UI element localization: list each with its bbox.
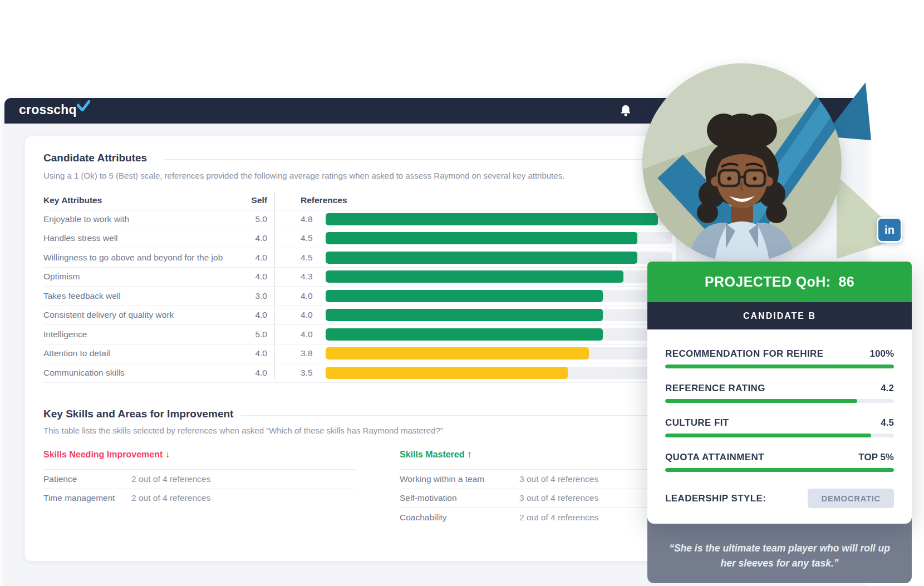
attribute-reference-bar — [326, 347, 672, 360]
attribute-reference-bar — [326, 367, 672, 379]
bar-fill — [326, 309, 603, 321]
skill-row: Patience2 out of 4 references — [43, 469, 355, 489]
qoh-stat-bar — [665, 468, 894, 472]
attribute-reference-bar — [326, 309, 672, 321]
linkedin-badge[interactable]: in — [877, 217, 902, 243]
qoh-stats: RECOMMENDATION FOR REHIRE100%REFERENCE R… — [665, 348, 894, 472]
projected-qoh-label: PROJECTED QoH: — [705, 274, 830, 290]
key-skills-title: Key Skills and Areas for Improvement — [43, 408, 233, 420]
attribute-self-score: 4.0 — [225, 368, 267, 378]
skill-reference-count: 2 out of 4 references — [131, 474, 210, 484]
skill-name: Time management — [43, 493, 131, 503]
candidate-attributes-description: Using a 1 (Ok) to 5 (Best) scale, refere… — [43, 171, 564, 180]
screenshot-stage: crosschq Ari Cre Sitterstr — [0, 0, 924, 586]
attribute-name: Consistent delivery of quality work — [43, 310, 174, 320]
attribute-name: Takes feedback well — [43, 291, 121, 301]
bar-fill — [326, 367, 568, 379]
attribute-reference-score: 4.0 — [301, 329, 313, 339]
attribute-name: Enjoyable to work with — [43, 214, 129, 224]
attributes-table-header: Key Attributes Self References — [43, 192, 662, 210]
attribute-row: Willingness to go above and beyond for t… — [43, 248, 672, 268]
skills-needing-improvement-column: Skills Needing Improvement ↓ Patience2 o… — [43, 449, 355, 508]
candidate-b-banner: CANDIDATE B — [647, 302, 912, 329]
qoh-stat: REFERENCE RATING4.2 — [665, 383, 894, 403]
crosschq-check-icon — [77, 100, 90, 111]
attribute-reference-score: 4.5 — [301, 253, 313, 263]
bar-fill — [665, 365, 894, 368]
attribute-name: Willingness to go above and beyond for t… — [43, 253, 223, 263]
skills-improvement-header: Skills Needing Improvement ↓ — [43, 449, 355, 469]
bar-fill — [665, 399, 857, 403]
qoh-stat: QUOTA ATTAINMENTTOP 5% — [665, 452, 894, 472]
column-references: References — [301, 195, 347, 205]
qoh-stat-label: QUOTA ATTAINMENT — [665, 452, 764, 463]
arrow-down-icon: ↓ — [165, 449, 170, 460]
skill-reference-count: 2 out of 4 references — [131, 493, 210, 503]
attribute-reference-score: 4.0 — [301, 291, 313, 301]
qoh-stat-bar — [665, 365, 894, 368]
skills-mastered-rows: Working within a team3 out of 4 referenc… — [400, 469, 662, 527]
skill-name: Working within a team — [400, 474, 519, 484]
attribute-rows: Enjoyable to work with5.04.8Handles stre… — [43, 210, 672, 383]
attribute-self-score: 3.0 — [225, 291, 267, 301]
skill-row: Working within a team3 out of 4 referenc… — [400, 469, 662, 489]
projected-qoh-score: 86 — [838, 274, 854, 290]
attribute-self-score: 5.0 — [225, 214, 267, 224]
projected-qoh-header: PROJECTED QoH: 86 — [647, 262, 912, 302]
bar-fill — [665, 468, 894, 472]
attribute-row: Takes feedback well3.04.0 — [43, 287, 672, 306]
bar-fill — [326, 270, 623, 283]
attribute-reference-bar — [326, 328, 672, 341]
attribute-name: Intelligence — [43, 329, 87, 339]
qoh-stat-label: REFERENCE RATING — [665, 383, 765, 394]
skill-name: Self-motivation — [400, 493, 519, 503]
skills-mastered-column: Skills Mastered ↑ Working within a team3… — [400, 449, 662, 527]
skills-mastered-header-label: Skills Mastered — [400, 450, 465, 459]
candidate-attributes-title: Candidate Attributes — [43, 152, 147, 164]
bar-fill — [326, 213, 658, 225]
projected-qoh-card: PROJECTED QoH: 86 CANDIDATE B RECOMMENDA… — [647, 262, 912, 524]
attribute-reference-bar — [326, 270, 672, 283]
attribute-name: Attention to detail — [43, 348, 110, 358]
qoh-stat: CULTURE FIT4.5 — [665, 417, 894, 437]
qoh-stat-value: 4.5 — [881, 417, 894, 429]
crosschq-logo: crosschq — [19, 102, 77, 117]
attribute-row: Consistent delivery of quality work4.04.… — [43, 306, 672, 326]
check-wedge-bottom — [832, 170, 907, 262]
column-self: Self — [225, 195, 267, 205]
candidate-photo — [642, 63, 842, 263]
qoh-card-body: RECOMMENDATION FOR REHIRE100%REFERENCE R… — [647, 329, 912, 524]
attribute-reference-bar — [326, 252, 672, 264]
arrow-up-icon: ↑ — [467, 449, 472, 460]
leadership-style-label: LEADERSHIP STYLE: — [665, 493, 766, 504]
attribute-self-score: 4.0 — [225, 233, 267, 243]
section-divider — [241, 415, 662, 416]
attribute-reference-score: 4.8 — [301, 214, 313, 224]
qoh-stat: RECOMMENDATION FOR REHIRE100% — [665, 348, 894, 368]
bar-fill — [665, 434, 871, 437]
notifications-bell-icon[interactable] — [620, 104, 632, 117]
skill-reference-count: 3 out of 4 references — [519, 474, 598, 484]
skill-reference-count: 2 out of 4 references — [519, 513, 598, 523]
attribute-row: Enjoyable to work with5.04.8 — [43, 210, 672, 229]
leadership-style-row: LEADERSHIP STYLE: DEMOCRATIC — [665, 489, 894, 508]
attribute-reference-score: 4.0 — [301, 310, 313, 320]
skill-row: Coachability2 out of 4 references — [400, 508, 662, 527]
qoh-stat-bar — [665, 399, 894, 403]
attribute-reference-score: 3.5 — [301, 368, 313, 378]
bar-fill — [326, 328, 603, 341]
skill-name: Coachability — [400, 513, 519, 523]
attribute-self-score: 4.0 — [225, 310, 267, 320]
leadership-style-value: DEMOCRATIC — [808, 489, 894, 508]
report-panel: Candidate Attributes Using a 1 (Ok) to 5… — [25, 136, 676, 561]
bar-fill — [326, 232, 637, 244]
skills-improvement-header-label: Skills Needing Improvement — [43, 450, 163, 459]
attribute-row: Communication skills4.03.5 — [43, 363, 672, 383]
qoh-stat-bar — [665, 434, 894, 437]
section-divider — [164, 159, 662, 160]
attribute-reference-score: 4.3 — [301, 272, 313, 282]
qoh-stat-label: RECOMMENDATION FOR REHIRE — [665, 348, 824, 360]
attribute-reference-bar — [326, 290, 672, 302]
attribute-reference-bar — [326, 213, 672, 225]
linkedin-icon: in — [884, 224, 894, 237]
